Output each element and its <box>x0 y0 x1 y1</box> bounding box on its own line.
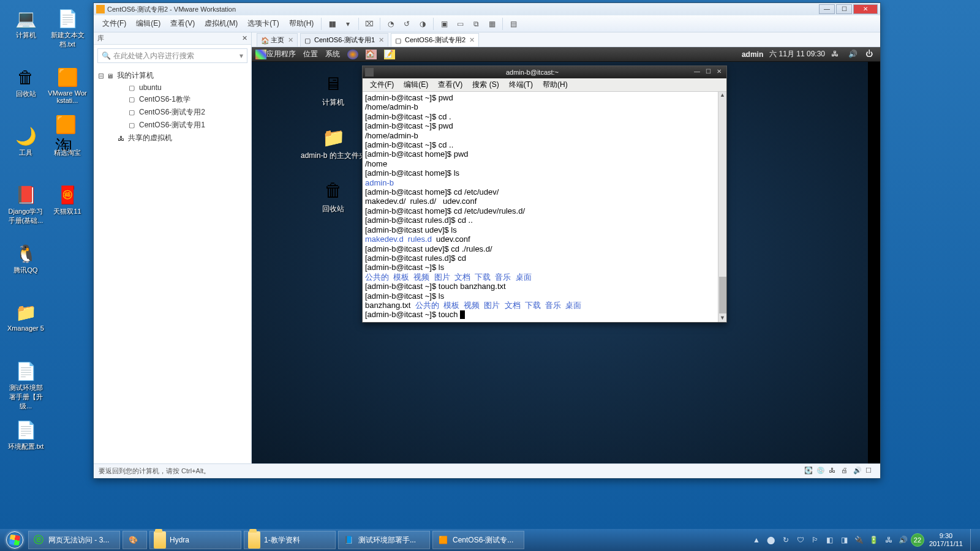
gnome-user[interactable]: admin <box>742 50 763 59</box>
show-desktop-button[interactable] <box>970 529 978 551</box>
device-printer-icon[interactable]: 🖨 <box>841 467 851 476</box>
menu-item[interactable]: 文件(F) <box>97 19 131 28</box>
tray-network-icon[interactable]: 🖧 <box>883 534 894 545</box>
tray-icon[interactable]: ⬤ <box>766 534 777 545</box>
host-desktop-icon[interactable]: 📄环境配置.txt <box>6 418 45 451</box>
device-disk-icon[interactable]: 💽 <box>804 467 814 476</box>
menu-item[interactable]: 编辑(E) <box>131 19 165 28</box>
fullscreen-icon[interactable]: ▣ <box>437 17 451 31</box>
taskbar-button[interactable]: 📘测试环境部署手... <box>338 531 430 549</box>
gnome-menu-item[interactable]: 应用程序 <box>266 50 296 58</box>
network-icon[interactable]: 🖧 <box>831 50 842 59</box>
library-toggle-icon[interactable]: ▤ <box>507 17 520 31</box>
tab-close-icon[interactable]: ✕ <box>379 36 384 44</box>
tab-close-icon[interactable]: ✕ <box>288 36 293 44</box>
minimize-button[interactable]: — <box>819 4 835 14</box>
home-folder-icon[interactable]: 🏠 <box>366 50 377 59</box>
start-button[interactable] <box>2 531 27 549</box>
host-desktop-icon[interactable]: 📄测试环境部署手册【升级... <box>6 359 45 411</box>
host-desktop-icon[interactable]: 💻计算机 <box>6 6 45 40</box>
tree-vm-item[interactable]: ▢CentOS6-测试专用2 <box>97 106 247 119</box>
pause-icon[interactable]: ▮▮ <box>325 17 339 31</box>
host-desktop-icon[interactable]: 🌙工具 <box>6 124 45 157</box>
menu-item[interactable]: 虚拟机(M) <box>200 19 243 28</box>
snapshot-manager-icon[interactable]: ◑ <box>416 17 429 31</box>
terminal-titlebar[interactable]: admin-b@itcast:~ — ☐ ✕ <box>363 66 726 78</box>
tab-close-icon[interactable]: ✕ <box>469 36 475 44</box>
terminal-menu-item[interactable]: 查看(V) <box>433 80 467 90</box>
clock[interactable]: 9:30 2017/11/11 <box>924 532 968 548</box>
tree-vm-item[interactable]: ▢ubuntu <box>97 82 247 93</box>
thumbnail-view-icon[interactable]: ▦ <box>485 17 499 31</box>
tray-badge[interactable]: 22 <box>911 533 924 547</box>
host-desktop-icon[interactable]: 🐧腾讯QQ <box>6 241 45 275</box>
terminal-menu-item[interactable]: 帮助(H) <box>538 80 573 90</box>
send-ctrlaltdel-icon[interactable]: ⌧ <box>363 17 376 31</box>
taskbar-button[interactable]: 1-教学资料 <box>244 531 336 549</box>
host-desktop-icon[interactable]: 🟧淘精选淘宝 <box>48 124 87 157</box>
guest-desktop-icon[interactable]: 📁admin-b 的主文件夹 <box>301 125 366 161</box>
power-icon[interactable]: ⏻ <box>865 50 876 59</box>
snapshot-revert-icon[interactable]: ↺ <box>400 17 413 31</box>
terminal-menu-item[interactable]: 文件(F) <box>365 80 399 90</box>
guest-desktop-icon[interactable]: 🗑回收站 <box>301 178 366 214</box>
tray-app-icon[interactable]: ◧ <box>824 534 835 545</box>
toolbar-dropdown-icon[interactable]: ▾ <box>341 17 355 31</box>
tray-app2-icon[interactable]: ◨ <box>839 534 850 545</box>
host-desktop-icon[interactable]: 🗑回收站 <box>6 65 45 99</box>
taskbar-button[interactable]: 🎨 <box>123 531 147 549</box>
vm-tab[interactable]: ▢CentOS6-测试专用1✕ <box>300 33 388 47</box>
taskbar-button[interactable]: 🟧CentOS6-测试专... <box>432 531 524 549</box>
gnome-menu-icon[interactable] <box>255 50 266 59</box>
host-desktop-icon[interactable]: 📕Django学习手册(基础... <box>6 182 45 225</box>
gnome-menu-item[interactable]: 位置 <box>303 50 318 58</box>
unity-icon[interactable]: ▭ <box>453 17 467 31</box>
chevron-down-icon[interactable]: ▾ <box>239 51 243 60</box>
guest-desktop-icon[interactable]: 🖥计算机 <box>301 72 366 108</box>
volume-icon[interactable]: 🔊 <box>848 50 859 59</box>
tree-root[interactable]: ⊟🖥 我的计算机 <box>97 69 247 82</box>
host-desktop-icon[interactable]: 🧧天猫双11 <box>48 182 87 216</box>
terminal-menu-item[interactable]: 搜索 (S) <box>467 80 503 90</box>
tray-battery-icon[interactable]: 🔋 <box>869 534 880 545</box>
vm-tab[interactable]: ▢CentOS6-测试专用2✕ <box>391 33 479 47</box>
terminal-menu-item[interactable]: 编辑(E) <box>399 80 433 90</box>
tray-plug-icon[interactable]: 🔌 <box>854 534 865 545</box>
search-input[interactable]: 🔍 在此处键入内容进行搜索 ▾ <box>97 48 247 63</box>
taskbar-button[interactable]: ⓔ网页无法访问 - 3... <box>28 531 120 549</box>
gnome-menu-item[interactable]: 系统 <box>325 50 340 58</box>
menu-item[interactable]: 查看(V) <box>165 19 200 28</box>
text-editor-icon[interactable]: 📝 <box>384 50 395 59</box>
tray-shield-icon[interactable]: 🛡 <box>795 534 806 545</box>
terminal-close-button[interactable]: ✕ <box>714 68 724 77</box>
device-sound-icon[interactable]: 🔊 <box>853 467 863 476</box>
firefox-icon[interactable] <box>347 50 358 59</box>
terminal-minimize-button[interactable]: — <box>692 68 702 77</box>
device-usb-icon[interactable]: ☐ <box>865 467 875 476</box>
tree-vm-item[interactable]: ▢CentOS6-测试专用1 <box>97 119 247 132</box>
terminal-output[interactable]: [admin-b@itcast ~]$ pwd/home/admin-b[adm… <box>363 92 726 322</box>
terminal-scrollbar[interactable]: ▲ ▼ <box>718 92 726 322</box>
host-desktop-icon[interactable]: 🟧VMware Workstati... <box>48 65 87 104</box>
console-view-icon[interactable]: ⧉ <box>469 17 483 31</box>
device-cd-icon[interactable]: 💿 <box>816 467 826 476</box>
menu-item[interactable]: 选项卡(T) <box>243 19 284 28</box>
host-desktop-icon[interactable]: 📄新建文本文档.txt <box>48 6 87 49</box>
tree-vm-item[interactable]: ▢CentOS6-1教学 <box>97 93 247 106</box>
menu-item[interactable]: 帮助(H) <box>284 19 319 28</box>
close-button[interactable]: ✕ <box>853 4 878 14</box>
tray-sync-icon[interactable]: ↻ <box>780 534 791 545</box>
device-net-icon[interactable]: 🖧 <box>829 467 839 476</box>
vmware-titlebar[interactable]: CentOS6-测试专用2 - VMware Workstation — ☐ ✕ <box>94 3 880 15</box>
gnome-date[interactable]: 六 11月 11 09:30 <box>769 49 825 59</box>
snapshot-icon[interactable]: ◔ <box>384 17 398 31</box>
tray-up-icon[interactable]: ▲ <box>751 534 762 545</box>
tray-flag-icon[interactable]: 🏳 <box>810 534 821 545</box>
host-desktop-icon[interactable]: 📁Xmanager 5 <box>6 300 45 332</box>
tray-volume-icon[interactable]: 🔊 <box>898 534 909 545</box>
terminal-maximize-button[interactable]: ☐ <box>703 68 713 77</box>
terminal-menu-item[interactable]: 终端(T) <box>504 80 538 90</box>
vm-tab[interactable]: 🏠主页✕ <box>257 33 298 47</box>
taskbar-button[interactable]: Hydra <box>149 531 241 549</box>
scrollbar-thumb[interactable] <box>719 277 726 313</box>
